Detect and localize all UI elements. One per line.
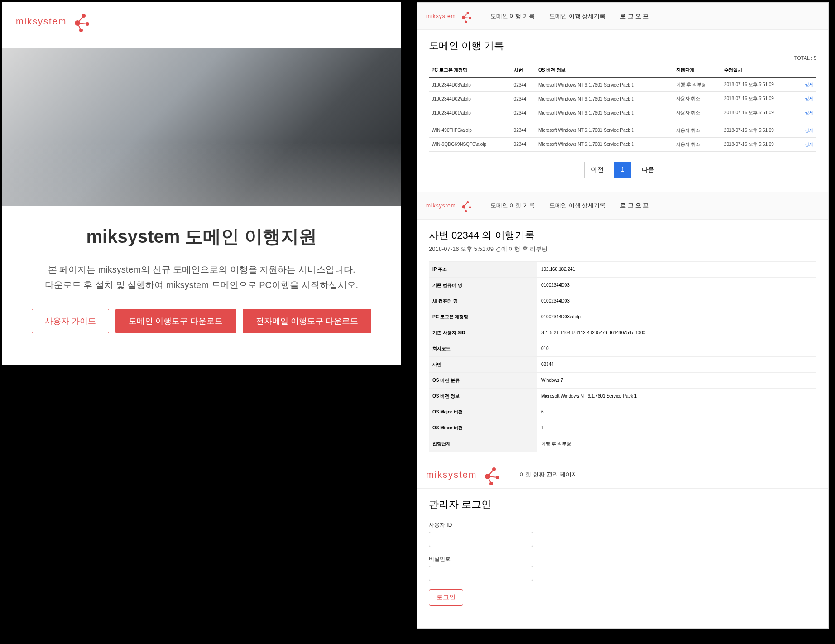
detail-row: 기존 사용자 SIDS-1-5-21-1104873142-43285276-3… xyxy=(429,325,816,341)
nav-records-detail[interactable]: 도메인 이행 상세기록 xyxy=(549,202,605,210)
brand-text: miksystem xyxy=(16,16,67,27)
brand-logo: miksystem xyxy=(426,464,501,485)
brand-text: miksystem xyxy=(426,202,456,209)
detail-value: 6 xyxy=(537,404,816,420)
detail-row: OS 버전 정보Microsoft Windows NT 6.1.7601 Se… xyxy=(429,388,816,404)
detail-row: IP 주소192.168.182.241 xyxy=(429,261,816,277)
col-modified: 수정일시 xyxy=(721,63,797,77)
detail-key: 기존 컴퓨터 명 xyxy=(429,277,537,293)
cell-empno: 02344 xyxy=(511,106,536,120)
nav-records[interactable]: 도메인 이행 기록 xyxy=(490,12,535,20)
nav-logout[interactable]: 로그오프 xyxy=(620,12,651,20)
landing-description: 본 페이지는 miksystem의 신규 도메인으로의 이행을 지원하는 서비스… xyxy=(29,262,374,293)
records-section: miksystem 도메인 이행 기록 도메인 이행 상세기록 로그오프 도메인… xyxy=(417,2,829,192)
table-header-row: PC 로그온 계정명 사번 OS 버전 정보 진행단계 수정일시 xyxy=(429,63,816,77)
login-button[interactable]: 로그인 xyxy=(429,589,463,606)
records-total: TOTAL : 5 xyxy=(429,55,816,61)
cell-stage: 사용자 취소 xyxy=(673,92,721,106)
detail-value: 01002344D03 xyxy=(537,277,816,293)
cell-os: Microsoft Windows NT 6.1.7601 Service Pa… xyxy=(536,77,673,92)
landing-buttons: 사용자 가이드 도메인 이행도구 다운로드 전자메일 이행도구 다운로드 xyxy=(29,309,374,333)
detail-value: 01002344D03\alolp xyxy=(537,309,816,325)
cell-stage: 사용자 취소 xyxy=(673,106,721,120)
cell-stage: 사용자 취소 xyxy=(673,137,721,151)
user-id-input[interactable] xyxy=(429,532,533,547)
cell-modified: 2018-07-16 오후 5:51:09 xyxy=(721,92,797,106)
detail-row: 기존 컴퓨터 명01002344D03 xyxy=(429,277,816,293)
detail-value: 이행 후 리부팅 xyxy=(537,436,816,452)
detail-key: 진행단계 xyxy=(429,436,537,452)
detail-title: 사번 02344 의 이행기록 xyxy=(429,229,816,242)
brand-text: miksystem xyxy=(426,13,456,19)
brand-logo: miksystem xyxy=(16,10,387,32)
records-title: 도메인 이행 기록 xyxy=(429,39,816,53)
pager-page-1[interactable]: 1 xyxy=(614,162,631,178)
records-header: miksystem 도메인 이행 기록 도메인 이행 상세기록 로그오프 xyxy=(417,3,828,30)
detail-key: OS Minor 버전 xyxy=(429,420,537,436)
landing-header: miksystem xyxy=(2,2,401,48)
detail-key: IP 주소 xyxy=(429,261,537,277)
pager-next[interactable]: 다음 xyxy=(635,162,661,178)
row-detail-link[interactable]: 상세 xyxy=(797,137,816,151)
pager-prev[interactable]: 이전 xyxy=(584,162,610,178)
detail-row: 새 컴퓨터 명01002344D03 xyxy=(429,293,816,309)
landing-desc-line2: 다운로드 후 설치 및 실행하여 miksystem 도메인으로 PC이행을 시… xyxy=(45,280,358,290)
login-title: 관리자 로그인 xyxy=(429,498,816,511)
password-label: 비밀번호 xyxy=(429,555,816,563)
brand-logo: miksystem xyxy=(426,10,472,23)
cell-stage: 사용자 취소 xyxy=(673,124,721,138)
logo-icon xyxy=(459,199,472,212)
row-detail-link[interactable]: 상세 xyxy=(797,124,816,138)
login-header: miksystem 이행 현황 관리 페이지 xyxy=(417,461,828,489)
detail-row: 사번02344 xyxy=(429,356,816,372)
detail-section: miksystem 도메인 이행 기록 도메인 이행 상세기록 로그오프 사번 … xyxy=(417,192,829,461)
row-detail-link[interactable]: 상세 xyxy=(797,92,816,106)
records-content: 도메인 이행 기록 TOTAL : 5 PC 로그온 계정명 사번 OS 버전 … xyxy=(417,30,828,192)
detail-key: 기존 사용자 SID xyxy=(429,325,537,341)
detail-key: PC 로그온 계정명 xyxy=(429,309,537,325)
nav-logout[interactable]: 로그오프 xyxy=(620,202,651,210)
detail-value: 1 xyxy=(537,420,816,436)
detail-row: OS Major 버전6 xyxy=(429,404,816,420)
table-row: WIN-9QDG69NSQFC\alolp02344Microsoft Wind… xyxy=(429,137,816,151)
table-row: WIN-490TIIFG\alolp02344Microsoft Windows… xyxy=(429,124,816,138)
row-detail-link[interactable]: 상세 xyxy=(797,77,816,92)
landing-title: miksystem 도메인 이행지원 xyxy=(29,224,374,249)
detail-value: Windows 7 xyxy=(537,372,816,388)
detail-row: OS 버전 분류Windows 7 xyxy=(429,372,816,388)
detail-key: 새 컴퓨터 명 xyxy=(429,293,537,309)
logo-icon xyxy=(480,464,501,485)
detail-value: 010 xyxy=(537,341,816,356)
cell-empno: 02344 xyxy=(511,137,536,151)
email-tool-download-button[interactable]: 전자메일 이행도구 다운로드 xyxy=(243,309,371,333)
detail-row: OS Minor 버전1 xyxy=(429,420,816,436)
detail-header: miksystem 도메인 이행 기록 도메인 이행 상세기록 로그오프 xyxy=(417,192,828,220)
top-nav: 도메인 이행 기록 도메인 이행 상세기록 로그오프 xyxy=(490,202,651,210)
cell-os: Microsoft Windows NT 6.1.7601 Service Pa… xyxy=(536,124,673,138)
password-input[interactable] xyxy=(429,566,533,581)
col-account: PC 로그온 계정명 xyxy=(429,63,511,77)
logo-icon xyxy=(459,10,472,23)
pager: 이전 1 다음 xyxy=(429,162,816,178)
detail-key: 회사코드 xyxy=(429,341,537,356)
cell-modified: 2018-07-16 오후 5:51:09 xyxy=(721,137,797,151)
records-table: PC 로그온 계정명 사번 OS 버전 정보 진행단계 수정일시 0100234… xyxy=(429,63,816,152)
cell-stage: 이행 후 리부팅 xyxy=(673,77,721,92)
table-row: 01002344D03\alolp02344Microsoft Windows … xyxy=(429,77,816,92)
detail-row: 진행단계이행 후 리부팅 xyxy=(429,436,816,452)
nav-records-detail[interactable]: 도메인 이행 상세기록 xyxy=(549,12,605,20)
detail-value: 192.168.182.241 xyxy=(537,261,816,277)
cell-os: Microsoft Windows NT 6.1.7601 Service Pa… xyxy=(536,92,673,106)
row-detail-link[interactable]: 상세 xyxy=(797,106,816,120)
detail-row: 회사코드010 xyxy=(429,341,816,356)
table-row: 01002344D01\alolp02344Microsoft Windows … xyxy=(429,106,816,120)
domain-tool-download-button[interactable]: 도메인 이행도구 다운로드 xyxy=(115,309,236,333)
cell-account: WIN-490TIIFG\alolp xyxy=(429,124,511,138)
user-guide-button[interactable]: 사용자 가이드 xyxy=(32,309,109,333)
login-section: miksystem 이행 현황 관리 페이지 관리자 로그인 사용자 ID 비밀… xyxy=(417,461,829,629)
nav-records[interactable]: 도메인 이행 기록 xyxy=(490,202,535,210)
cell-modified: 2018-07-16 오후 5:51:09 xyxy=(721,106,797,120)
cell-account: WIN-9QDG69NSQFC\alolp xyxy=(429,137,511,151)
top-nav: 도메인 이행 기록 도메인 이행 상세기록 로그오프 xyxy=(490,12,651,20)
detail-subtitle: 2018-07-16 오후 5:51:09 경에 이행 후 리부팅 xyxy=(429,245,816,253)
